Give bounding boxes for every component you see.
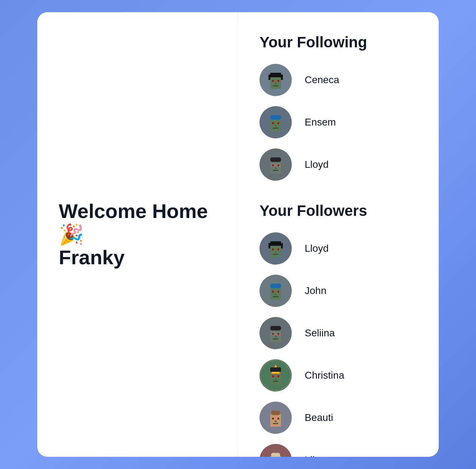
- avatar: [260, 444, 292, 457]
- list-item[interactable]: Christina: [260, 359, 417, 392]
- svg-rect-46: [275, 336, 277, 338]
- user-name: Lloyd: [305, 159, 329, 170]
- svg-rect-11: [272, 122, 274, 124]
- user-name: Beauti: [305, 412, 333, 423]
- svg-rect-31: [273, 254, 279, 255]
- svg-rect-2: [272, 80, 274, 82]
- following-section: Your Following Ceneca: [260, 34, 417, 181]
- right-panel: Your Following Ceneca: [238, 12, 439, 457]
- svg-rect-34: [281, 243, 283, 248]
- svg-rect-4: [275, 83, 277, 85]
- svg-rect-38: [277, 291, 279, 293]
- svg-rect-47: [273, 338, 279, 340]
- svg-rect-65: [275, 421, 277, 422]
- svg-rect-45: [277, 333, 279, 335]
- avatar: [260, 317, 292, 349]
- user-name: Ensem: [305, 117, 336, 128]
- svg-rect-5: [273, 85, 279, 86]
- svg-rect-18: [272, 165, 274, 166]
- svg-rect-55: [277, 375, 279, 377]
- svg-rect-29: [277, 248, 279, 250]
- svg-rect-25: [275, 165, 277, 166]
- svg-rect-3: [277, 80, 279, 82]
- svg-rect-33: [268, 243, 270, 248]
- svg-rect-56: [275, 378, 277, 380]
- followers-section: Your Followers Lloyd: [260, 202, 417, 457]
- svg-rect-20: [275, 167, 277, 169]
- svg-rect-28: [272, 248, 274, 250]
- list-item[interactable]: Ceneca: [260, 64, 417, 96]
- svg-rect-13: [275, 125, 277, 127]
- following-list: Ceneca Ensem: [260, 64, 417, 181]
- user-name: Ceneca: [305, 74, 339, 86]
- user-name: Lily: [305, 454, 320, 457]
- user-name: Christina: [305, 370, 344, 381]
- svg-rect-63: [272, 418, 274, 420]
- following-title: Your Following: [260, 34, 417, 51]
- svg-rect-51: [275, 333, 277, 334]
- svg-rect-57: [273, 381, 279, 382]
- list-item[interactable]: Lloyd: [260, 148, 417, 181]
- svg-rect-40: [273, 296, 279, 297]
- svg-rect-32: [270, 241, 281, 246]
- svg-rect-54: [272, 375, 274, 377]
- svg-rect-39: [275, 294, 277, 295]
- avatar: [260, 275, 292, 307]
- svg-rect-8: [281, 75, 283, 80]
- svg-rect-37: [272, 291, 274, 293]
- avatar: [260, 402, 292, 434]
- svg-rect-14: [273, 128, 279, 129]
- list-item[interactable]: Lily: [260, 444, 417, 457]
- avatar: [260, 64, 292, 96]
- svg-rect-12: [277, 122, 279, 124]
- list-item[interactable]: Beauti: [260, 402, 417, 434]
- svg-rect-30: [275, 251, 277, 253]
- list-item[interactable]: Lloyd: [260, 232, 417, 265]
- list-item[interactable]: Ensem: [260, 106, 417, 138]
- welcome-message: Welcome Home🎉 Franky: [59, 200, 216, 269]
- followers-list: Lloyd John: [260, 232, 417, 457]
- svg-rect-60: [270, 368, 281, 372]
- avatar: [260, 148, 292, 181]
- welcome-line2: Franky: [59, 246, 216, 269]
- svg-rect-19: [277, 165, 279, 166]
- svg-rect-6: [270, 73, 281, 77]
- svg-rect-22: [270, 157, 281, 162]
- avatar: [260, 232, 292, 265]
- user-name: John: [305, 285, 327, 297]
- followers-title: Your Followers: [260, 202, 417, 219]
- left-panel: Welcome Home🎉 Franky: [37, 12, 238, 457]
- svg-rect-74: [271, 453, 280, 457]
- svg-rect-67: [271, 411, 280, 415]
- avatar: [260, 106, 292, 138]
- svg-rect-66: [273, 423, 279, 424]
- user-name: Seliina: [305, 327, 335, 339]
- avatar: [260, 359, 292, 392]
- user-name: Lloyd: [305, 243, 329, 254]
- list-item[interactable]: John: [260, 275, 417, 307]
- list-item[interactable]: Seliina: [260, 317, 417, 349]
- svg-rect-48: [270, 326, 281, 331]
- main-card: Welcome Home🎉 Franky Your Following: [37, 12, 439, 457]
- svg-rect-7: [268, 75, 270, 80]
- svg-rect-41: [270, 284, 281, 288]
- svg-rect-64: [277, 418, 279, 420]
- svg-rect-21: [273, 170, 279, 171]
- svg-rect-44: [272, 333, 274, 335]
- welcome-line1: Welcome Home🎉: [59, 200, 216, 246]
- svg-rect-15: [270, 115, 281, 120]
